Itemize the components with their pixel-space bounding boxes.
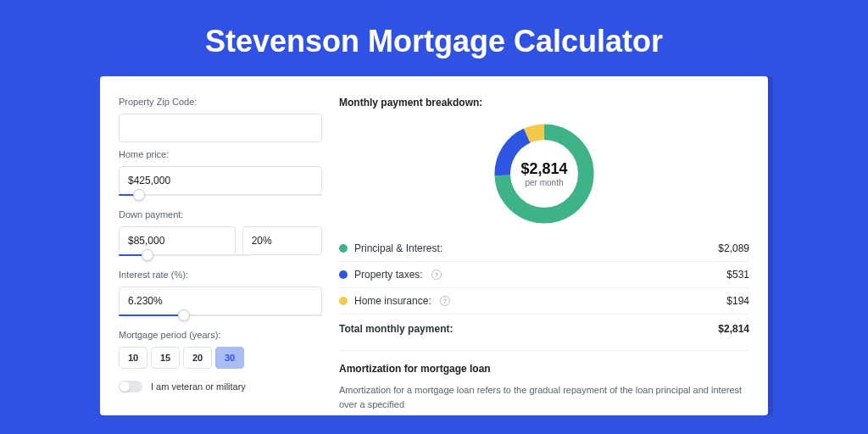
- legend-row-total: Total monthly payment:$2,814: [339, 314, 749, 342]
- field-interest: Interest rate (%):: [119, 270, 322, 316]
- interest-input[interactable]: [119, 287, 322, 315]
- legend-row-principal: Principal & Interest:$2,089: [339, 236, 749, 262]
- donut-chart: $2,814 per month: [339, 119, 749, 229]
- legend-label: Home insurance:: [354, 295, 431, 307]
- dot-icon: [339, 270, 348, 279]
- legend-value: $2,089: [718, 242, 749, 254]
- donut-value: $2,814: [520, 160, 567, 178]
- breakdown-title: Monthly payment breakdown:: [339, 97, 749, 108]
- field-period: Mortgage period (years): 10152030: [119, 330, 322, 369]
- legend-row-insurance: Home insurance:?$194: [339, 288, 749, 314]
- veteran-toggle[interactable]: [119, 381, 142, 392]
- total-value: $2,814: [718, 323, 749, 335]
- calculator-card: Property Zip Code: Home price: Down paym…: [100, 76, 768, 415]
- home-price-slider[interactable]: [119, 194, 322, 196]
- period-btn-10[interactable]: 10: [119, 347, 147, 369]
- label-down-payment: Down payment:: [119, 209, 322, 220]
- label-interest: Interest rate (%):: [119, 270, 322, 280]
- legend-value: $194: [726, 295, 749, 307]
- down-payment-pct-input[interactable]: [242, 226, 322, 255]
- down-payment-slider-thumb[interactable]: [142, 249, 153, 261]
- amortization-section: Amortization for mortgage loan Amortizat…: [339, 350, 749, 411]
- home-price-slider-thumb[interactable]: [133, 189, 145, 201]
- veteran-row: I am veteran or military: [119, 381, 322, 392]
- interest-slider-thumb[interactable]: [178, 309, 190, 321]
- veteran-label: I am veteran or military: [151, 381, 246, 392]
- label-zip: Property Zip Code:: [119, 97, 322, 107]
- legend-row-taxes: Property taxes:?$531: [339, 262, 749, 288]
- amortization-body: Amortization for a mortgage loan refers …: [339, 383, 749, 411]
- page-title: Stevenson Mortgage Calculator: [0, 0, 868, 76]
- donut-sub: per month: [525, 178, 563, 187]
- period-btn-30[interactable]: 30: [215, 347, 244, 369]
- period-btn-20[interactable]: 20: [183, 347, 212, 369]
- dot-icon: [339, 244, 348, 253]
- label-home-price: Home price:: [119, 149, 322, 159]
- down-payment-slider[interactable]: [119, 254, 251, 256]
- period-btn-15[interactable]: 15: [151, 347, 180, 369]
- donut-center: $2,814 per month: [489, 119, 599, 229]
- field-down-payment: Down payment:: [119, 209, 322, 256]
- zip-input[interactable]: [119, 114, 322, 142]
- legend-label: Property taxes:: [354, 269, 423, 281]
- interest-slider[interactable]: [119, 314, 322, 316]
- field-home-price: Home price:: [119, 149, 322, 196]
- label-period: Mortgage period (years):: [119, 330, 322, 340]
- info-icon[interactable]: ?: [431, 270, 442, 280]
- field-zip: Property Zip Code:: [119, 97, 322, 142]
- legend-value: $531: [726, 269, 749, 281]
- legend: Principal & Interest:$2,089Property taxe…: [339, 236, 749, 342]
- down-payment-amount-input[interactable]: [119, 226, 236, 255]
- breakdown-column: Monthly payment breakdown: $2,814 per mo…: [339, 97, 749, 415]
- home-price-input[interactable]: [119, 166, 322, 195]
- inputs-column: Property Zip Code: Home price: Down paym…: [119, 97, 322, 415]
- legend-label: Principal & Interest:: [354, 242, 442, 254]
- info-icon[interactable]: ?: [440, 296, 450, 306]
- total-label: Total monthly payment:: [339, 323, 453, 335]
- amortization-title: Amortization for mortgage loan: [339, 363, 749, 375]
- dot-icon: [339, 297, 348, 305]
- period-group: 10152030: [119, 347, 322, 369]
